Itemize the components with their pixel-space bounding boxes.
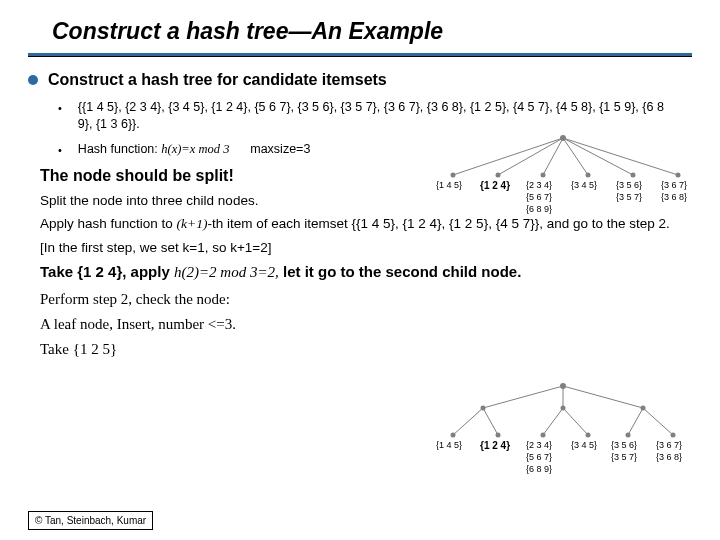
svg-line-14	[483, 386, 563, 408]
tree-node-label: {3 5 7}	[611, 452, 637, 462]
svg-point-31	[671, 433, 676, 438]
tree-node-label: {3 5 6}	[616, 180, 642, 190]
tree-node-label: {3 6 8}	[661, 192, 687, 202]
tree-node-label: {3 6 8}	[656, 452, 682, 462]
tree-node-label: {3 4 5}	[571, 180, 597, 190]
take-suffix: let it go to the second child node.	[279, 263, 522, 280]
tree-node-label: {2 3 4}	[526, 440, 552, 450]
perform-line: Perform step 2, check the node:	[40, 291, 692, 308]
apply-prefix: Apply hash function to	[40, 216, 177, 231]
svg-point-11	[631, 173, 636, 178]
svg-point-12	[676, 173, 681, 178]
svg-point-26	[451, 433, 456, 438]
hash-function-fn: h(x)=x mod 3	[161, 142, 229, 156]
svg-point-29	[586, 433, 591, 438]
svg-line-25	[643, 408, 673, 435]
svg-point-30	[626, 433, 631, 438]
note-line: [In the first step, we set k=1, so k+1=2…	[40, 240, 692, 255]
tree-node-label: {5 6 7}	[526, 192, 552, 202]
svg-point-9	[541, 173, 546, 178]
svg-line-20	[453, 408, 483, 435]
bullet-level-1: Construct a hash tree for candidate item…	[28, 71, 692, 89]
tree-node-label: {1 4 5}	[436, 440, 462, 450]
bullet-dot-icon	[28, 75, 38, 85]
bullet-level-2: • {{1 4 5}, {2 3 4}, {3 4 5}, {1 2 4}, {…	[58, 99, 678, 133]
svg-point-10	[586, 173, 591, 178]
take-fn: h(2)=2 mod 3=2,	[174, 264, 279, 280]
tree-node-label: {5 6 7}	[526, 452, 552, 462]
slide-title: Construct a hash tree—An Example	[28, 18, 692, 53]
hash-function-prefix: Hash function:	[78, 142, 161, 156]
l1-text: Construct a hash tree for candidate item…	[48, 71, 387, 89]
tree-node-label: {3 5 7}	[616, 192, 642, 202]
apply-k: (k+1)	[177, 216, 208, 231]
tree-node-label-bold: {1 2 4}	[480, 440, 510, 451]
max-size: maxsize=3	[250, 142, 310, 156]
take-prefix: Take {1 2 4}, apply	[40, 263, 174, 280]
svg-line-23	[563, 408, 588, 435]
tree-node-label: {3 6 7}	[656, 440, 682, 450]
hash-function-line: Hash function: h(x)=x mod 3 maxsize=3	[78, 141, 310, 158]
take-125-line: Take {1 2 5}	[40, 341, 692, 358]
svg-point-28	[541, 433, 546, 438]
bullet-square-icon: •	[58, 141, 62, 159]
svg-line-16	[563, 386, 643, 408]
svg-line-22	[543, 408, 563, 435]
hash-tree-diagram-1: {1 4 5} {1 2 4} {2 3 4} {3 4 5} {3 5 6} …	[428, 130, 698, 225]
svg-line-21	[483, 408, 498, 435]
bullet-level-2: • Hash function: h(x)=x mod 3 maxsize=3	[58, 141, 438, 159]
tree-edges	[428, 380, 698, 485]
tree-node-label: {6 8 9}	[526, 464, 552, 474]
footer-copyright: © Tan, Steinbach, Kumar	[28, 511, 153, 530]
tree-node-label: {3 4 5}	[571, 440, 597, 450]
svg-line-6	[563, 138, 678, 175]
tree-node-label: {1 4 5}	[436, 180, 462, 190]
svg-point-7	[451, 173, 456, 178]
hash-tree-diagram-2: {1 4 5} {1 2 4} {2 3 4} {3 4 5} {3 5 6} …	[428, 380, 698, 485]
tree-node-label: {2 3 4}	[526, 180, 552, 190]
bullet-square-icon: •	[58, 99, 62, 117]
tree-node-label-bold: {1 2 4}	[480, 180, 510, 191]
leaf-line: A leaf node, Insert, number <=3.	[40, 316, 692, 333]
tree-node-label: {3 6 7}	[661, 180, 687, 190]
svg-point-27	[496, 433, 501, 438]
itemset-list: {{1 4 5}, {2 3 4}, {3 4 5}, {1 2 4}, {5 …	[78, 99, 678, 133]
tree-node-label: {3 5 6}	[611, 440, 637, 450]
svg-line-4	[563, 138, 588, 175]
svg-line-24	[628, 408, 643, 435]
tree-node-label: {6 8 9}	[526, 204, 552, 214]
tree-edges	[428, 130, 698, 225]
svg-line-5	[563, 138, 633, 175]
split-body: Split the node into three child nodes.	[40, 193, 410, 208]
pad	[229, 142, 250, 156]
take-124-line: Take {1 2 4}, apply h(2)=2 mod 3=2, let …	[40, 263, 692, 281]
svg-point-8	[496, 173, 501, 178]
